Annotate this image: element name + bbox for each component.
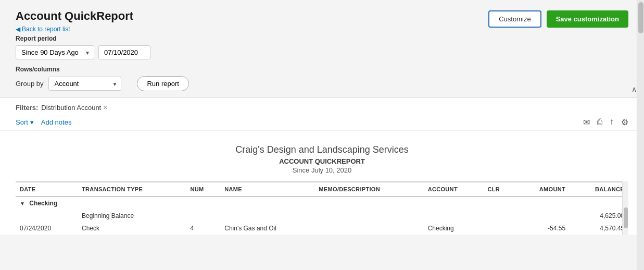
period-select-wrapper: Since 90 Days Ago Last Month This Month …	[16, 45, 94, 59]
page-wrapper: Account QuickReport ◀ Back to report lis…	[0, 0, 644, 270]
cell-account	[424, 210, 484, 222]
group-chevron-icon[interactable]: ▼	[20, 201, 25, 206]
report-content: Craig's Design and Landscaping Services …	[0, 130, 644, 235]
cell-type: Beginning Balance	[78, 210, 186, 222]
email-icon[interactable]: ✉	[583, 117, 590, 127]
filter-remove-icon[interactable]: ×	[103, 103, 107, 112]
col-type: TRANSACTION TYPE	[78, 182, 186, 197]
col-memo: MEMO/DESCRIPTION	[314, 182, 423, 197]
table-header: DATE TRANSACTION TYPE NUM NAME MEMO/DESC…	[16, 182, 628, 197]
toolbar-right: ✉ ⎙ ↑ ⚙	[583, 117, 629, 127]
filters-label: Filters:	[16, 104, 38, 112]
save-customization-button[interactable]: Save customization	[547, 10, 628, 28]
report-company: Craig's Design and Landscaping Services	[16, 136, 628, 155]
cell-date	[16, 210, 78, 222]
filters-row: Filters: Distribution Account ×	[0, 98, 644, 114]
report-area: Filters: Distribution Account × Sort ▾ A…	[0, 98, 644, 235]
cell-balance: 4,625.00	[570, 210, 628, 222]
cell-num: 4	[186, 222, 220, 235]
top-panel: Account QuickReport ◀ Back to report lis…	[0, 0, 644, 98]
toolbar-left: Sort ▾ Add notes	[16, 118, 71, 126]
cell-name	[220, 210, 314, 222]
page-scroll-thumb	[638, 2, 643, 33]
table-body: ▼ Checking Beginning Balance	[16, 197, 628, 235]
cell-clr	[483, 222, 515, 235]
table-row: ▼ Checking	[16, 197, 628, 210]
period-select[interactable]: Since 90 Days Ago Last Month This Month …	[16, 45, 94, 59]
col-clr: CLR	[483, 182, 515, 197]
report-title: ACCOUNT QUICKREPORT	[16, 157, 628, 165]
col-date: DATE	[16, 182, 78, 197]
col-account: ACCOUNT	[424, 182, 484, 197]
table-scroll-thumb	[624, 207, 628, 228]
chevron-left-icon: ◀	[16, 26, 20, 33]
date-input[interactable]	[98, 45, 150, 59]
group-by-select-wrapper: Account Name Type ▼	[48, 77, 121, 91]
cell-account: Checking	[424, 222, 484, 235]
back-link[interactable]: ◀ Back to report list	[16, 26, 70, 33]
table-row: Beginning Balance 4,625.00	[16, 210, 628, 222]
col-balance: BALANCE	[570, 182, 628, 197]
report-period-label: Report period	[16, 35, 634, 42]
cell-memo	[314, 222, 423, 235]
page-scrollbar[interactable]	[637, 0, 644, 270]
run-report-button[interactable]: Run report	[137, 76, 188, 91]
col-name: NAME	[220, 182, 314, 197]
cell-clr	[483, 210, 515, 222]
cell-amount	[515, 210, 570, 222]
cell-amount: -54.55	[515, 222, 570, 235]
collapse-panel-icon[interactable]: ∧	[632, 85, 637, 93]
cell-name: Chin's Gas and Oil	[220, 222, 314, 235]
table-inner-scrollbar[interactable]	[622, 181, 628, 235]
report-subtitle: Since July 10, 2020	[16, 166, 628, 174]
customize-button[interactable]: Customize	[488, 10, 541, 28]
sort-label: Sort	[16, 118, 28, 126]
toolbar-row: Sort ▾ Add notes ✉ ⎙ ↑ ⚙	[0, 114, 644, 130]
sort-arrow-icon: ▾	[30, 118, 34, 126]
filter-tag: Distribution Account ×	[41, 103, 107, 112]
cell-memo	[314, 210, 423, 222]
group-by-row: Group by Account Name Type ▼ Run report	[16, 76, 634, 91]
group-name: ▼ Checking	[16, 197, 628, 210]
add-notes-button[interactable]: Add notes	[41, 118, 72, 126]
print-icon[interactable]: ⎙	[597, 117, 602, 127]
cell-num	[186, 210, 220, 222]
period-row: Since 90 Days Ago Last Month This Month …	[16, 45, 634, 59]
report-table: DATE TRANSACTION TYPE NUM NAME MEMO/DESC…	[16, 181, 628, 235]
filter-value: Distribution Account	[41, 104, 101, 112]
cell-date: 07/24/2020	[16, 222, 78, 235]
settings-icon[interactable]: ⚙	[621, 117, 628, 127]
group-by-label: Group by	[16, 80, 43, 88]
rows-columns-label: Rows/columns	[16, 66, 634, 73]
group-by-select[interactable]: Account Name Type	[48, 77, 121, 91]
export-icon[interactable]: ↑	[610, 117, 614, 127]
col-amount: AMOUNT	[515, 182, 570, 197]
sort-button[interactable]: Sort ▾	[16, 118, 34, 126]
col-num: NUM	[186, 182, 220, 197]
top-right-actions: Customize Save customization	[488, 10, 628, 28]
table-row: 07/24/2020 Check 4 Chin's Gas and Oil Ch…	[16, 222, 628, 235]
cell-balance: 4,570.45	[570, 222, 628, 235]
cell-type: Check	[78, 222, 186, 235]
report-table-scroll: DATE TRANSACTION TYPE NUM NAME MEMO/DESC…	[16, 181, 628, 235]
